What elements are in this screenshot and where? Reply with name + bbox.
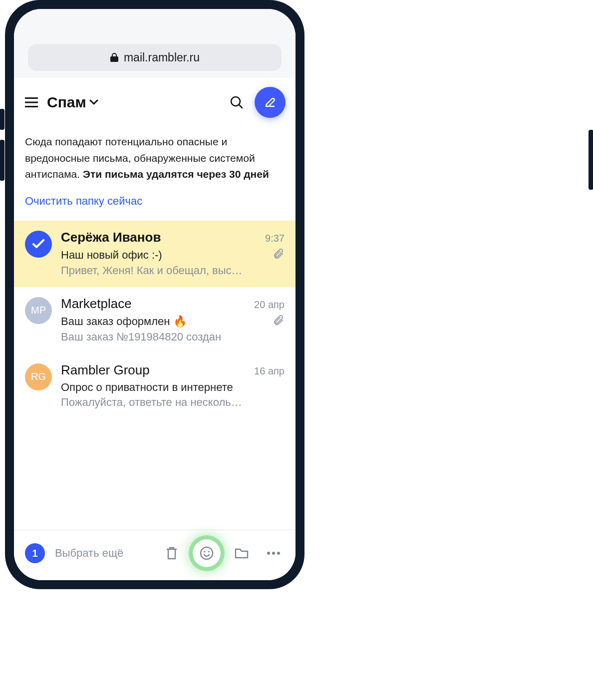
browser-address-bar: mail.rambler.ru: [14, 9, 296, 78]
mail-body: Серёжа Иванов 9:37 Наш новый офис :-) Пр…: [61, 230, 285, 277]
folder-icon: [234, 547, 249, 560]
phone-power-button: [589, 130, 593, 190]
more-icon: [266, 551, 281, 556]
mail-item[interactable]: MP Marketplace 20 апр Ваш заказ оформлен…: [14, 287, 296, 353]
svg-point-5: [272, 552, 275, 555]
compose-button[interactable]: [255, 87, 286, 118]
phone-screen: mail.rambler.ru Спам Сюда: [14, 9, 296, 580]
mail-subject: Опрос о приватности в интернете: [61, 381, 233, 394]
avatar[interactable]: RG: [25, 363, 52, 390]
avatar-initials: RG: [31, 371, 46, 382]
url-pill[interactable]: mail.rambler.ru: [28, 44, 282, 71]
chevron-down-icon: [89, 99, 98, 105]
attachment-icon: [274, 315, 285, 329]
mail-body: Marketplace 20 апр Ваш заказ оформлен 🔥 …: [61, 296, 285, 344]
mail-item[interactable]: Серёжа Иванов 9:37 Наш новый офис :-) Пр…: [14, 221, 296, 287]
mail-date: 16 апр: [254, 365, 285, 377]
clear-folder-link[interactable]: Очистить папку сейчас: [25, 193, 285, 210]
svg-point-2: [204, 551, 205, 552]
more-actions-button[interactable]: [263, 542, 285, 564]
mail-sender: Marketplace: [61, 296, 132, 312]
compose-icon: [263, 95, 277, 109]
mail-sender: Rambler Group: [61, 362, 150, 378]
spam-info-block: Сюда попадают потенциально опасные и вре…: [14, 127, 296, 221]
phone-frame: mail.rambler.ru Спам Сюда: [5, 0, 304, 589]
mail-list: Серёжа Иванов 9:37 Наш новый офис :-) Пр…: [14, 221, 296, 530]
mail-date: 9:37: [265, 233, 285, 244]
search-icon: [230, 95, 244, 109]
mail-preview: Ваш заказ №191984820 создан: [61, 331, 285, 344]
url-text: mail.rambler.ru: [124, 51, 200, 64]
mail-preview: Пожалуйста, ответьте на несколь…: [61, 396, 285, 409]
svg-point-6: [277, 552, 280, 555]
folder-name: Спам: [47, 94, 86, 111]
delete-button[interactable]: [161, 542, 183, 564]
mail-subject: Ваш заказ оформлен 🔥: [61, 315, 187, 328]
select-more-label[interactable]: Выбрать ещё: [55, 547, 151, 560]
attachment-icon: [274, 248, 285, 262]
avatar-initials: MP: [31, 305, 46, 316]
mail-preview: Привет, Женя! Как и обещал, выс…: [61, 264, 285, 277]
app-header: Спам: [14, 78, 296, 127]
mail-item[interactable]: RG Rambler Group 16 апр Опрос о приватно…: [14, 353, 296, 419]
folder-dropdown[interactable]: Спам: [47, 94, 219, 111]
mail-body: Rambler Group 16 апр Опрос о приватности…: [61, 362, 285, 409]
mail-subject: Наш новый офис :-): [61, 249, 162, 262]
mail-sender: Серёжа Иванов: [61, 230, 161, 245]
phone-volume-button-2: [0, 140, 4, 181]
svg-point-3: [208, 551, 209, 552]
move-to-folder-button[interactable]: [231, 542, 253, 564]
avatar-selected[interactable]: [25, 231, 52, 258]
selection-toolbar: 1 Выбрать ещё: [14, 530, 296, 580]
svg-point-1: [201, 547, 213, 559]
menu-icon[interactable]: [24, 95, 39, 110]
not-spam-button[interactable]: [193, 539, 221, 567]
check-icon: [32, 239, 45, 249]
smile-icon: [199, 546, 214, 561]
lock-icon: [110, 52, 119, 62]
svg-point-4: [267, 552, 270, 555]
info-bold-text: Эти письма удалятся через 30 дней: [83, 168, 269, 180]
search-button[interactable]: [227, 92, 247, 112]
trash-icon: [165, 546, 179, 561]
avatar[interactable]: MP: [25, 297, 52, 324]
app-content: Спам Сюда попадают потенциально опасные …: [14, 78, 296, 580]
selected-count-badge[interactable]: 1: [25, 543, 45, 563]
mail-date: 20 апр: [254, 299, 285, 311]
phone-volume-button-1: [0, 109, 4, 130]
